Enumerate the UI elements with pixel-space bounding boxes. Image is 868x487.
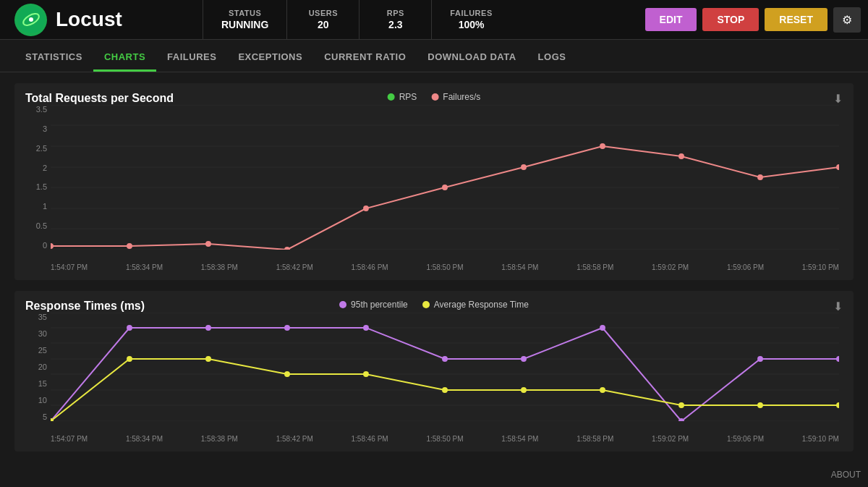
svg-point-48 bbox=[600, 387, 605, 393]
svg-point-14 bbox=[284, 247, 290, 250]
edit-button[interactable]: EDIT bbox=[645, 8, 697, 31]
chart1-legend: RPS Failures/s bbox=[388, 92, 481, 102]
svg-point-2 bbox=[29, 17, 33, 22]
header-buttons: EDIT STOP RESET ⚙ bbox=[638, 7, 868, 33]
chart2-download-icon[interactable]: ⬇ bbox=[833, 300, 843, 313]
chart2-legend: 95th percentile Average Response Time bbox=[339, 300, 529, 310]
chart1-x-axis: 1:54:07 PM 1:58:34 PM 1:58:38 PM 1:58:42… bbox=[51, 263, 839, 271]
p95-legend-label: 95th percentile bbox=[351, 300, 408, 310]
chart1-download-icon[interactable]: ⬇ bbox=[833, 92, 843, 106]
chart1-title: Total Requests per Second bbox=[25, 92, 174, 104]
p95-dot bbox=[339, 301, 346, 308]
main-content: Total Requests per Second RPS Failures/s… bbox=[0, 72, 868, 487]
avg-legend-label: Average Response Time bbox=[434, 300, 529, 310]
svg-point-17 bbox=[521, 164, 527, 170]
legend-95th: 95th percentile bbox=[339, 300, 408, 310]
svg-point-49 bbox=[678, 402, 684, 408]
svg-point-34 bbox=[363, 325, 369, 331]
nav-failures[interactable]: FAILURES bbox=[156, 44, 227, 72]
svg-point-12 bbox=[127, 243, 132, 249]
svg-point-18 bbox=[600, 143, 605, 149]
status-item: STATUS RUNNING bbox=[203, 0, 286, 39]
stop-button[interactable]: STOP bbox=[702, 8, 759, 31]
svg-point-20 bbox=[757, 174, 763, 180]
svg-point-33 bbox=[284, 325, 290, 331]
svg-point-40 bbox=[836, 356, 839, 362]
nav-charts[interactable]: CHARTS bbox=[93, 44, 156, 72]
nav-download-data[interactable]: DOWNLOAD DATA bbox=[417, 44, 527, 72]
svg-point-35 bbox=[442, 356, 448, 362]
svg-point-36 bbox=[521, 356, 527, 362]
svg-point-21 bbox=[836, 164, 839, 170]
nav-logs[interactable]: LOGS bbox=[527, 44, 577, 72]
nav: STATISTICS CHARTS FAILURES EXCEPTIONS CU… bbox=[0, 40, 868, 72]
chart2-title: Response Times (ms) bbox=[25, 300, 145, 312]
svg-point-50 bbox=[757, 402, 763, 408]
reset-button[interactable]: RESET bbox=[765, 8, 827, 31]
status-value: RUNNING bbox=[221, 19, 268, 30]
svg-point-37 bbox=[600, 325, 605, 331]
chart1-area: 3.5 3 2.5 2 1.5 1 0.5 0 bbox=[25, 105, 843, 271]
svg-point-39 bbox=[757, 356, 763, 362]
logo-area: Locust bbox=[0, 4, 203, 36]
svg-point-19 bbox=[678, 153, 684, 159]
legend-avg: Average Response Time bbox=[422, 300, 529, 310]
svg-point-13 bbox=[205, 241, 211, 247]
svg-point-44 bbox=[284, 371, 290, 377]
svg-point-42 bbox=[127, 356, 132, 362]
chart1-y-axis: 3.5 3 2.5 2 1.5 1 0.5 0 bbox=[25, 105, 51, 250]
chart2-area: 35 30 25 20 15 10 5 bbox=[25, 313, 843, 443]
rps-value: 2.3 bbox=[388, 19, 402, 30]
chart1-svg-area bbox=[51, 105, 839, 250]
nav-exceptions[interactable]: EXCEPTIONS bbox=[227, 44, 313, 72]
nav-current-ratio[interactable]: CURRENT RATIO bbox=[313, 44, 417, 72]
svg-point-47 bbox=[521, 387, 527, 393]
failures-dot bbox=[431, 93, 438, 101]
failures-label: FAILURES bbox=[450, 9, 492, 17]
svg-point-31 bbox=[127, 325, 132, 331]
chart2-x-axis: 1:54:07 PM 1:58:34 PM 1:58:38 PM 1:58:42… bbox=[51, 435, 839, 443]
svg-point-45 bbox=[363, 371, 369, 377]
svg-point-11 bbox=[51, 243, 54, 249]
users-label: USERS bbox=[309, 9, 338, 17]
chart2-container: Response Times (ms) 95th percentile Aver… bbox=[14, 291, 854, 452]
legend-failures: Failures/s bbox=[431, 92, 480, 102]
svg-point-46 bbox=[442, 387, 448, 393]
nav-statistics[interactable]: STATISTICS bbox=[14, 44, 93, 72]
failures-legend-label: Failures/s bbox=[443, 92, 480, 102]
header: Locust STATUS RUNNING USERS 20 RPS 2.3 F… bbox=[0, 0, 868, 40]
rps-legend-label: RPS bbox=[399, 92, 417, 102]
status-items: STATUS RUNNING USERS 20 RPS 2.3 FAILURES… bbox=[203, 0, 638, 39]
svg-point-43 bbox=[205, 356, 211, 362]
svg-point-16 bbox=[442, 185, 448, 190]
settings-button[interactable]: ⚙ bbox=[833, 7, 861, 33]
failures-value: 100% bbox=[459, 19, 485, 30]
chart1-container: Total Requests per Second RPS Failures/s… bbox=[14, 83, 854, 280]
svg-point-51 bbox=[836, 402, 839, 408]
about-badge[interactable]: ABOUT bbox=[831, 470, 861, 480]
rps-label: RPS bbox=[387, 9, 404, 17]
chart2-svg-area bbox=[51, 313, 839, 421]
users-value: 20 bbox=[318, 19, 329, 30]
avg-dot bbox=[422, 301, 430, 308]
legend-rps: RPS bbox=[388, 92, 417, 102]
status-label: STATUS bbox=[229, 9, 261, 17]
failures-item: FAILURES 100% bbox=[431, 0, 510, 39]
rps-item: RPS 2.3 bbox=[359, 0, 431, 39]
svg-point-32 bbox=[205, 325, 211, 331]
app-title: Locust bbox=[56, 8, 122, 31]
rps-dot bbox=[388, 93, 395, 101]
chart2-y-axis: 35 30 25 20 15 10 5 bbox=[25, 313, 51, 421]
logo-icon bbox=[14, 4, 47, 36]
users-item: USERS 20 bbox=[286, 0, 359, 39]
svg-point-15 bbox=[363, 206, 369, 211]
